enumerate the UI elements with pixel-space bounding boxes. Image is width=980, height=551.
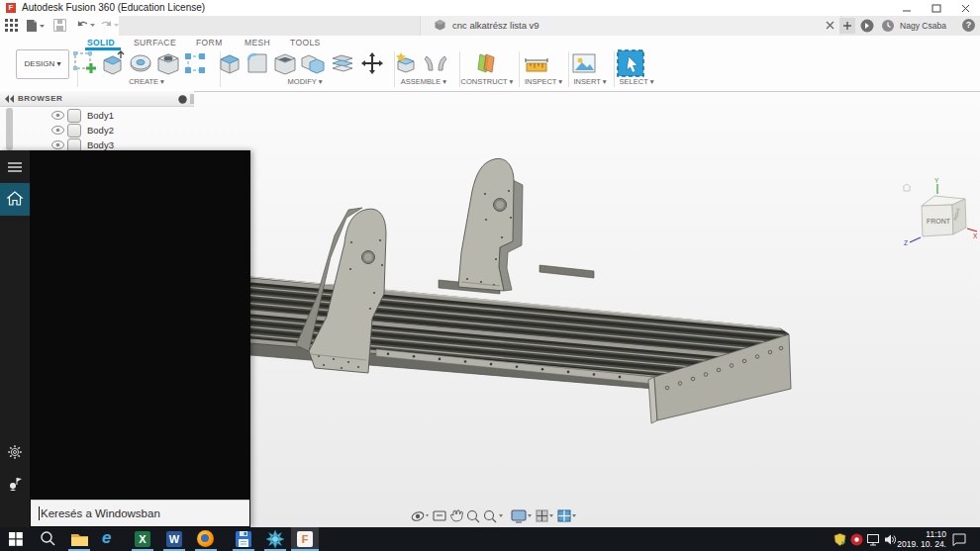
file-explorer-icon[interactable] — [65, 527, 93, 551]
firefox-globe — [197, 530, 214, 547]
viewport-navbar — [410, 506, 578, 526]
start-overlay-rail — [0, 150, 30, 527]
save-icon[interactable] — [53, 19, 66, 32]
joint-icon[interactable] — [423, 50, 448, 76]
notifications-icon[interactable] — [881, 19, 895, 33]
modify-group-label[interactable]: MODIFY ▾ — [270, 77, 340, 86]
hamburger-menu-icon[interactable] — [8, 161, 22, 173]
tab-surface[interactable]: SURFACE — [134, 38, 176, 47]
tray-security-shield-icon[interactable] — [833, 533, 846, 546]
browser-item-body2[interactable]: Body2 — [44, 123, 192, 138]
windows-search-input[interactable] — [41, 504, 239, 523]
close-window-button[interactable] — [954, 3, 976, 14]
settings-gear-icon[interactable] — [8, 445, 22, 459]
excel-icon[interactable]: X — [129, 527, 156, 551]
tab-solid[interactable]: SOLID — [87, 38, 115, 47]
revolve-icon[interactable] — [128, 50, 153, 76]
panel-grip-icon[interactable] — [190, 94, 194, 104]
pan-button[interactable] — [451, 510, 463, 521]
viewcube-front-label: FRONT — [927, 218, 951, 225]
ribbon: SOLID SURFACE FORM MESH TOOLS DESIGN ▾ C… — [0, 36, 980, 92]
viewcube-axis-y: Y — [934, 178, 939, 184]
word-glyph: W — [166, 531, 182, 547]
construct-plane-icon[interactable] — [472, 50, 498, 76]
document-tab[interactable]: cnc alkatrész lista v9 — [420, 16, 841, 36]
file-menu-button[interactable] — [26, 19, 46, 33]
tray-network-icon[interactable] — [867, 534, 881, 546]
word-icon[interactable]: W — [160, 527, 188, 551]
account-username[interactable]: Nagy Csaba — [896, 21, 950, 31]
maximize-button[interactable] — [926, 3, 947, 14]
new-tab-button[interactable] — [839, 18, 855, 34]
text-caret — [39, 506, 40, 520]
viewcube[interactable]: FRONT RIGHT Y X Z — [896, 178, 980, 249]
look-at-button[interactable] — [434, 511, 445, 520]
help-button[interactable]: ? — [962, 19, 975, 32]
windows-search-box[interactable] — [31, 500, 249, 526]
action-center-icon[interactable] — [952, 533, 966, 546]
browser-item-body1[interactable]: Body1 — [44, 108, 192, 123]
visibility-eye-icon[interactable] — [51, 111, 64, 120]
excel-glyph: X — [135, 531, 150, 547]
tray-antivirus-icon[interactable] — [850, 533, 863, 546]
new-component-icon[interactable] — [393, 50, 419, 76]
measure-icon[interactable] — [524, 50, 549, 76]
tab-form[interactable]: FORM — [196, 38, 223, 47]
browser-scrollbar[interactable] — [6, 108, 13, 150]
minimize-button[interactable] — [896, 3, 918, 14]
visibility-eye-icon[interactable] — [51, 126, 64, 135]
redo-button[interactable] — [99, 19, 121, 32]
orbit-button[interactable] — [411, 510, 429, 522]
insert-canvas-icon[interactable] — [571, 50, 597, 76]
assemble-group-label[interactable]: ASSEMBLE ▾ — [389, 77, 458, 86]
split-body-icon[interactable] — [330, 50, 355, 76]
browser-panel-title: BROWSER — [18, 94, 62, 103]
tab-tools[interactable]: TOOLS — [290, 38, 321, 47]
zoom-button[interactable] — [468, 511, 480, 523]
fusion-app-icon: F — [6, 3, 16, 13]
gem-app-icon[interactable] — [261, 527, 289, 551]
tab-mesh[interactable]: MESH — [245, 38, 270, 47]
display-settings-button[interactable] — [512, 510, 532, 522]
press-pull-icon[interactable] — [217, 50, 243, 76]
search-home-tab[interactable] — [0, 183, 30, 216]
feedback-icon[interactable] — [8, 477, 22, 491]
fusion360-taskbar-icon[interactable]: F — [291, 527, 319, 551]
windows-taskbar: e X W F 11:10 2019. 10. 24. — [0, 527, 980, 551]
select-tool-icon[interactable] — [617, 49, 642, 75]
create-group-label[interactable]: CREATE ▾ — [112, 77, 181, 86]
project-geometry-icon[interactable] — [182, 50, 208, 76]
edge-browser-icon[interactable]: e — [97, 527, 125, 551]
design-dropdown[interactable]: DESIGN ▾ — [16, 49, 69, 79]
taskbar-clock[interactable]: 11:10 2019. 10. 24. — [897, 529, 946, 549]
body-icon — [67, 124, 81, 138]
grid-settings-button[interactable] — [537, 510, 553, 521]
start-button[interactable] — [2, 527, 30, 551]
move-copy-icon[interactable] — [359, 50, 385, 76]
viewcube-axis-z: Z — [904, 239, 908, 246]
home-icon — [8, 192, 22, 205]
body-icon — [67, 109, 81, 123]
firefox-icon[interactable] — [192, 527, 220, 551]
fit-button[interactable] — [485, 511, 504, 523]
fillet-icon[interactable] — [245, 50, 270, 76]
shell-icon[interactable] — [272, 50, 298, 76]
create-sketch-icon[interactable] — [72, 50, 98, 76]
browser-options-icon[interactable] — [178, 95, 187, 104]
app-grid-icon[interactable] — [5, 19, 18, 32]
extrude-icon[interactable] — [100, 50, 126, 76]
close-tab-icon[interactable] — [825, 20, 835, 31]
job-status-icon[interactable] — [860, 19, 874, 33]
edge-glyph: e — [102, 528, 111, 548]
floppy-app-icon[interactable] — [230, 527, 257, 551]
visibility-eye-icon[interactable] — [51, 140, 64, 149]
viewports-button[interactable] — [558, 510, 576, 521]
combine-icon[interactable] — [300, 50, 326, 76]
undo-button[interactable] — [75, 19, 97, 32]
hole-icon[interactable] — [155, 50, 181, 76]
select-group-label[interactable]: SELECT ▾ — [602, 77, 671, 86]
tray-volume-icon[interactable] — [884, 533, 897, 546]
body-label: Body3 — [87, 139, 114, 150]
taskbar-search-icon[interactable] — [34, 527, 61, 551]
collapse-browser-icon[interactable] — [5, 95, 15, 103]
